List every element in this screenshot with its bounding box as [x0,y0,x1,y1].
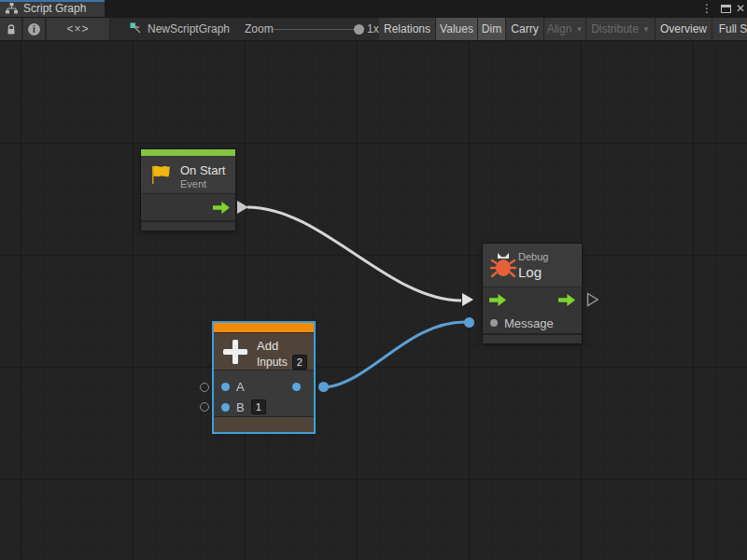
port-b-icon[interactable] [221,403,230,412]
info-icon: i [28,23,40,35]
node-add[interactable]: Add Inputs 2 A B 1 [214,323,314,432]
script-graph-window: Script Graph ⋮ ✕ i <×> NewScriptGraph Zo… [0,0,747,560]
zoom-value: 1x [367,18,379,40]
debug-log-body: Message [483,287,582,333]
wire-value-add-to-message[interactable] [326,322,465,387]
carry-label: Carry [511,22,538,35]
zoom-slider-track[interactable] [273,29,357,30]
dropdown-caret-icon: ▼ [642,25,650,34]
sum-output-port-icon[interactable] [292,383,301,391]
node-accent-bar [141,149,235,156]
node-on-start[interactable]: On Start Event [141,149,235,231]
message-port-label: Message [504,316,554,330]
on-start-title: On Start [180,163,225,177]
graph-canvas[interactable]: On Start Event [0,42,747,560]
connection-wires [0,42,747,560]
align-label: Align [547,22,572,35]
exec-output-port-icon[interactable] [558,294,575,306]
exec-output-port-icon[interactable] [213,202,230,214]
plus-icon [222,339,248,369]
add-inputs-label: Inputs [257,356,288,369]
message-port-icon[interactable] [490,319,498,327]
values-button[interactable]: Values [436,18,478,40]
zoom-label: Zoom [245,18,274,40]
port-a-icon[interactable] [221,383,230,391]
debug-log-category: Debug [518,251,548,262]
tab-title: Script Graph [23,2,86,15]
overview-label: Overview [660,22,707,35]
relations-label: Relations [384,22,430,35]
close-icon[interactable]: ✕ [734,0,747,17]
on-start-header: On Start Event [141,156,235,193]
add-header: Add Inputs 2 [214,332,314,370]
graph-asset-icon [130,18,143,40]
port-b-label: B [236,400,245,414]
debug-log-title: Log [518,264,542,280]
port-b-row[interactable]: B 1 [214,397,314,417]
maximize-glyph [721,5,731,13]
lock-icon [6,23,17,35]
add-title: Add [257,339,278,353]
full-screen-button[interactable]: Full S [712,18,747,40]
zoom-slider-handle[interactable] [354,24,364,35]
distribute-button[interactable]: Distribute ▼ [586,18,655,40]
on-start-subtitle: Event [180,178,206,189]
graph-name-label[interactable]: NewScriptGraph [148,18,230,40]
add-sum-out-connector[interactable] [318,382,329,392]
debug-log-footer [483,335,582,343]
add-body: A B 1 [214,370,314,416]
dropdown-caret-icon: ▼ [575,25,583,34]
relations-button[interactable]: Relations [379,18,436,40]
code-toggle-icon: <×> [66,22,89,35]
add-footer [214,416,314,432]
debug-log-exec-out-connector[interactable] [586,292,599,311]
bug-icon [489,251,517,283]
maximize-icon[interactable] [717,0,734,17]
exec-input-port-icon[interactable] [489,294,506,306]
port-b-value-field[interactable]: 1 [251,399,266,414]
overview-button[interactable]: Overview [655,18,712,40]
info-button[interactable]: i [23,18,46,40]
graph-toolbar: i <×> NewScriptGraph Zoom 1x Relations V… [0,17,747,41]
distribute-label: Distribute [591,22,639,35]
window-menu-icon[interactable]: ⋮ [700,0,713,17]
node-accent-bar [214,323,314,332]
wire-exec-onstart-to-log[interactable] [247,207,461,301]
align-button[interactable]: Align ▼ [544,18,586,40]
dim-label: Dim [482,22,501,35]
full-screen-label: Full S [719,22,747,35]
message-port-row[interactable]: Message [483,313,582,333]
focused-tab-accent [0,0,105,2]
debug-log-exec-in-connector[interactable] [461,292,474,311]
code-view-toggle[interactable]: <×> [47,18,110,40]
carry-button[interactable]: Carry [506,18,544,40]
add-port-b-connector[interactable] [200,402,209,412]
flag-icon [149,164,172,189]
port-a-label: A [236,380,245,394]
node-debug-log[interactable]: Debug Log Message [483,244,582,343]
add-inputs-row: Inputs 2 [257,355,307,370]
graph-hierarchy-icon [6,3,18,14]
values-label: Values [440,22,473,35]
lock-button[interactable] [0,18,22,40]
add-inputs-count-field[interactable]: 2 [292,355,307,370]
dim-button[interactable]: Dim [478,18,506,40]
tab-bar: Script Graph ⋮ ✕ [0,0,747,17]
on-start-exec-connector[interactable] [236,200,249,218]
debug-log-header: Debug Log [483,244,582,287]
on-start-body [141,193,235,220]
tab-script-graph[interactable]: Script Graph [0,0,105,17]
on-start-footer [141,222,235,231]
debug-log-message-in-connector[interactable] [464,317,474,328]
add-port-a-connector[interactable] [200,383,209,392]
port-a-row[interactable]: A [214,376,314,397]
